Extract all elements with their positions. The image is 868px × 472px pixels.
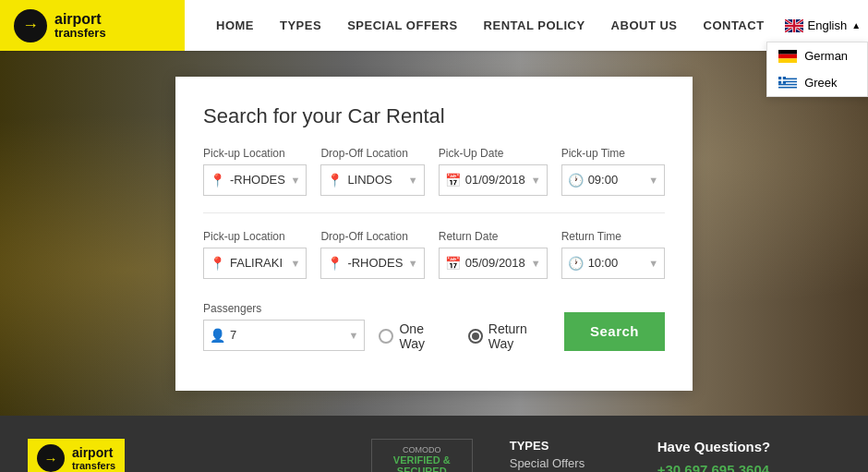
dropoff-location-select-1[interactable]: LINDOS xyxy=(347,173,403,187)
calendar-icon-2: 📅 xyxy=(445,256,461,271)
footer-logo-section: → airport transfers Bookingplan Reservat… xyxy=(28,439,334,472)
footer-logo-box[interactable]: → airport transfers xyxy=(28,439,125,472)
dropoff-location-input-1[interactable]: 📍 LINDOS ▼ xyxy=(320,164,424,196)
location-icon-4: 📍 xyxy=(327,256,343,271)
dropoff-location-label-1: Drop-Off Location xyxy=(320,147,424,160)
calendar-icon-1: 📅 xyxy=(445,173,461,188)
pickup-location-group-2: Pick-up Location 📍 FALIRAKI ▼ xyxy=(203,230,307,279)
one-way-option[interactable]: One Way xyxy=(379,321,440,351)
lang-option-german[interactable]: German xyxy=(767,42,867,69)
badge-brand: Comodo xyxy=(381,445,463,454)
form-divider xyxy=(203,212,665,213)
main-nav: HOME TYPES SPECIAL OFFERS RENTAL POLICY … xyxy=(185,18,778,32)
pickup-date-group: Pick-Up Date 📅 01/09/2018 ▼ xyxy=(439,147,548,196)
pickup-date-select[interactable]: 01/09/2018 xyxy=(465,173,526,187)
location-icon-3: 📍 xyxy=(210,256,225,271)
dropdown-arrow-4: ▼ xyxy=(648,175,658,186)
uk-flag-icon xyxy=(785,19,803,32)
pickup-location-label-2: Pick-up Location xyxy=(203,230,307,243)
svg-rect-9 xyxy=(778,88,797,90)
footer-phone[interactable]: +30 697 695 3604 xyxy=(657,462,840,472)
return-date-select[interactable]: 05/09/2018 xyxy=(465,256,526,270)
logo-arrow-icon: → xyxy=(14,9,47,42)
form-row-3: Passengers 👤 7 ▼ One Way Return Way xyxy=(203,296,665,351)
footer-special-offers-link[interactable]: Special Offers xyxy=(510,456,630,470)
footer-logo-text: airport transfers xyxy=(72,445,115,471)
dropoff-location-group-2: Drop-Off Location 📍 -RHODES ▼ xyxy=(320,230,424,279)
dropoff-location-input-2[interactable]: 📍 -RHODES ▼ xyxy=(320,248,424,279)
location-icon-2: 📍 xyxy=(327,173,343,188)
form-row-1: Pick-up Location 📍 -RHODES ▼ Drop-Off Lo… xyxy=(203,147,665,196)
language-selector[interactable]: English ▲ German xyxy=(778,14,868,37)
form-row-2: Pick-up Location 📍 FALIRAKI ▼ Drop-Off L… xyxy=(203,230,665,279)
pickup-time-select[interactable]: 09:00 xyxy=(588,173,644,187)
search-title: Search for your Car Rental xyxy=(203,104,665,128)
footer-badge-section: Comodo VERIFIED & SECURED VERIFY SECURIT… xyxy=(362,439,482,472)
svg-rect-12 xyxy=(778,79,786,81)
pickup-location-select-1[interactable]: -RHODES xyxy=(230,173,285,187)
return-way-label: Return Way xyxy=(488,321,541,351)
svg-rect-2 xyxy=(778,54,797,58)
nav-special-offers[interactable]: SPECIAL OFFERS xyxy=(334,18,470,32)
language-label: English xyxy=(808,18,848,32)
return-way-option[interactable]: Return Way xyxy=(468,321,541,351)
passengers-input[interactable]: 👤 7 ▼ xyxy=(203,320,365,351)
dropdown-arrow-6: ▼ xyxy=(408,258,418,269)
trip-type-group: One Way Return Way xyxy=(379,305,540,351)
logo-text: airport transfers xyxy=(54,11,106,41)
german-flag-icon xyxy=(778,50,797,63)
location-icon-1: 📍 xyxy=(210,173,225,188)
clock-icon-2: 🕐 xyxy=(568,256,584,271)
passengers-select[interactable]: 7 xyxy=(230,328,344,342)
one-way-label: One Way xyxy=(399,321,440,351)
hero-section: Search for your Car Rental Pick-up Locat… xyxy=(0,51,868,416)
return-time-label: Return Time xyxy=(561,230,665,243)
nav-about-us[interactable]: ABOUT US xyxy=(598,18,691,32)
nav-home[interactable]: HOME xyxy=(203,18,267,32)
greek-label: Greek xyxy=(804,76,837,90)
one-way-radio[interactable] xyxy=(379,329,393,344)
pickup-date-input[interactable]: 📅 01/09/2018 ▼ xyxy=(439,164,548,196)
german-label: German xyxy=(804,49,848,63)
nav-types[interactable]: TYPES xyxy=(267,18,334,32)
dropoff-location-select-2[interactable]: -RHODES xyxy=(347,256,403,270)
passengers-group: Passengers 👤 7 ▼ xyxy=(203,302,365,351)
greek-flag-icon xyxy=(778,77,797,90)
svg-rect-8 xyxy=(778,85,797,87)
clock-icon-1: 🕐 xyxy=(568,173,584,188)
footer-arrow-icon: → xyxy=(37,444,65,472)
chevron-up-icon: ▲ xyxy=(851,20,861,30)
logo[interactable]: → airport transfers xyxy=(0,0,185,51)
lang-option-greek[interactable]: Greek xyxy=(767,69,867,96)
nav-rental-policy[interactable]: RENTAL POLICY xyxy=(471,18,598,32)
return-time-select[interactable]: 10:00 xyxy=(588,256,644,270)
footer: → airport transfers Bookingplan Reservat… xyxy=(0,416,868,472)
dropdown-arrow-2: ▼ xyxy=(408,175,418,186)
language-button[interactable]: English ▲ xyxy=(778,14,868,37)
dropdown-arrow-7: ▼ xyxy=(531,258,541,269)
pickup-location-input-2[interactable]: 📍 FALIRAKI ▼ xyxy=(203,248,307,279)
pickup-time-input[interactable]: 🕐 09:00 ▼ xyxy=(561,164,665,196)
search-button[interactable]: Search xyxy=(564,312,665,351)
return-date-group: Return Date 📅 05/09/2018 ▼ xyxy=(439,230,548,279)
svg-rect-3 xyxy=(778,58,797,63)
pickup-location-input-1[interactable]: 📍 -RHODES ▼ xyxy=(203,164,307,196)
pickup-location-label-1: Pick-up Location xyxy=(203,147,307,160)
return-time-input[interactable]: 🕐 10:00 ▼ xyxy=(561,248,665,279)
footer-contact-section: Have Questions? +30 697 695 3604 executi… xyxy=(657,439,840,472)
svg-rect-1 xyxy=(778,50,797,54)
pickup-location-group-1: Pick-up Location 📍 -RHODES ▼ xyxy=(203,147,307,196)
pickup-time-label: Pick-up Time xyxy=(561,147,665,160)
footer-types-link[interactable]: TYPES xyxy=(510,439,630,453)
return-date-input[interactable]: 📅 05/09/2018 ▼ xyxy=(439,248,548,279)
return-way-radio[interactable] xyxy=(468,329,483,344)
return-date-label: Return Date xyxy=(439,230,548,243)
return-time-group: Return Time 🕐 10:00 ▼ xyxy=(561,230,665,279)
pickup-time-group: Pick-up Time 🕐 09:00 ▼ xyxy=(561,147,665,196)
pickup-date-label: Pick-Up Date xyxy=(439,147,548,160)
dropdown-arrow-9: ▼ xyxy=(349,330,359,341)
footer-links-section: TYPES Special Offers Rental Policy About… xyxy=(510,439,630,472)
nav-contact[interactable]: CONTACT xyxy=(691,18,778,32)
pickup-location-select-2[interactable]: FALIRAKI xyxy=(230,256,285,270)
dropoff-location-group-1: Drop-Off Location 📍 LINDOS ▼ xyxy=(320,147,424,196)
